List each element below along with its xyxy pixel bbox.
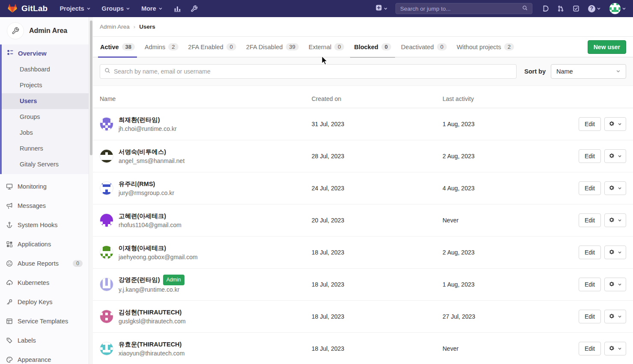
sidebar-overview-group: Overview DashboardProjectsUsersGroupsJob… bbox=[0, 44, 89, 174]
sidebar-item-applications[interactable]: Applications bbox=[0, 234, 89, 254]
user-search-box[interactable] bbox=[100, 64, 517, 79]
edit-button[interactable]: Edit bbox=[579, 213, 601, 227]
nav-menu-groups[interactable]: Groups bbox=[102, 5, 131, 12]
wrench-icon bbox=[7, 22, 24, 39]
sidebar-context-header[interactable]: Admin Area bbox=[0, 17, 89, 44]
created-on-cell: 31 Jul, 2023 bbox=[312, 121, 443, 127]
user-name[interactable]: 최재환(런타임) bbox=[119, 116, 160, 123]
sidebar-item-label: Appearance bbox=[18, 356, 51, 363]
sidebar-item-groups[interactable]: Groups bbox=[2, 109, 89, 125]
sidebar-item-runners[interactable]: Runners bbox=[2, 141, 89, 157]
user-email: rhofus1104@gmail.com bbox=[119, 221, 181, 230]
new-user-button[interactable]: New user bbox=[588, 40, 626, 54]
user-settings-dropdown[interactable] bbox=[604, 246, 626, 259]
user-settings-dropdown[interactable] bbox=[604, 149, 626, 163]
edit-button[interactable]: Edit bbox=[579, 117, 601, 131]
sidebar-item-gitaly-servers[interactable]: Gitaly Servers bbox=[2, 157, 89, 172]
user-menu[interactable] bbox=[609, 3, 626, 14]
sidebar-item-system-hooks[interactable]: System Hooks bbox=[0, 215, 89, 234]
user-settings-dropdown[interactable] bbox=[604, 342, 626, 355]
todos-icon[interactable] bbox=[573, 5, 580, 12]
table-row: 고혜련(아세테크)rhofus1104@gmail.com20 Jul, 202… bbox=[93, 204, 633, 237]
tab-count-badge: 2 bbox=[504, 43, 514, 50]
sidebar-item-users[interactable]: Users bbox=[2, 93, 89, 109]
sidebar-item-labels[interactable]: Labels bbox=[0, 331, 89, 350]
edit-button[interactable]: Edit bbox=[579, 181, 601, 195]
user-settings-dropdown[interactable] bbox=[604, 213, 626, 227]
avatar bbox=[100, 310, 113, 323]
sidebar-item-projects[interactable]: Projects bbox=[2, 77, 89, 93]
user-settings-dropdown[interactable] bbox=[604, 181, 626, 195]
user-name[interactable]: 이재형(아세테크) bbox=[119, 245, 166, 252]
chevron-down-icon bbox=[618, 314, 622, 320]
gear-icon bbox=[609, 185, 615, 192]
user-name[interactable]: 유주리(RMS) bbox=[119, 181, 155, 187]
sidebar-item-service-templates[interactable]: Service Templates bbox=[0, 311, 89, 331]
nav-menu-label: Groups bbox=[102, 5, 124, 12]
tab-deactivated[interactable]: Deactivated0 bbox=[401, 37, 447, 57]
last-activity-cell: 1 Aug, 2023 bbox=[443, 121, 574, 127]
gitlab-logo[interactable]: GitLab bbox=[7, 3, 48, 15]
chevron-down-icon bbox=[618, 185, 622, 192]
gear-icon bbox=[609, 217, 615, 224]
sort-value: Name bbox=[556, 68, 573, 75]
user-name[interactable]: 고혜련(아세테크) bbox=[119, 213, 166, 219]
sort-dropdown[interactable]: Name bbox=[551, 64, 626, 79]
sidebar-item-dashboard[interactable]: Dashboard bbox=[2, 62, 89, 77]
sidebar-item-label: System Hooks bbox=[18, 222, 57, 228]
tab-active[interactable]: Active38 bbox=[100, 37, 135, 57]
new-menu[interactable] bbox=[375, 4, 388, 13]
sidebar-item-monitoring[interactable]: Monitoring bbox=[0, 177, 89, 196]
tab-2fa-enabled[interactable]: 2FA Enabled0 bbox=[188, 37, 237, 57]
sidebar-item-messages[interactable]: Messages bbox=[0, 196, 89, 215]
edit-button[interactable]: Edit bbox=[579, 278, 601, 291]
row-actions: Edit bbox=[574, 117, 626, 131]
tab-2fa-disabled[interactable]: 2FA Disabled39 bbox=[246, 37, 299, 57]
help-menu[interactable]: ? bbox=[588, 5, 601, 12]
user-settings-dropdown[interactable] bbox=[604, 117, 626, 131]
tab-label: 2FA Enabled bbox=[188, 44, 223, 50]
user-settings-dropdown[interactable] bbox=[604, 278, 626, 291]
sidebar-item-kubernetes[interactable]: Kubernetes bbox=[0, 273, 89, 292]
edit-button[interactable]: Edit bbox=[579, 246, 601, 259]
analytics-chart-icon[interactable] bbox=[174, 5, 181, 12]
cloud-gear-icon bbox=[6, 279, 13, 286]
nav-menu-projects[interactable]: Projects bbox=[59, 5, 90, 12]
sidebar-item-label: Deploy Keys bbox=[18, 299, 52, 305]
user-name[interactable]: 유효운(THIRAUTECH) bbox=[119, 341, 181, 348]
user-email: y.j.kang@runtime.co.kr bbox=[119, 285, 184, 294]
table-row: 최재환(런타임)jh.choi@runtime.co.kr31 Jul, 202… bbox=[93, 108, 633, 140]
tab-blocked[interactable]: Blocked0 bbox=[354, 37, 392, 57]
issues-icon[interactable] bbox=[542, 5, 549, 12]
user-search-input[interactable] bbox=[114, 68, 512, 75]
user-name[interactable]: 강영준(런타임) bbox=[119, 276, 160, 283]
sidebar-item-deploy-keys[interactable]: Deploy Keys bbox=[0, 292, 89, 311]
global-search[interactable] bbox=[395, 3, 532, 14]
edit-button[interactable]: Edit bbox=[579, 310, 601, 323]
sidebar-item-abuse-reports[interactable]: Abuse Reports0 bbox=[0, 254, 89, 273]
sidebar-overview-items: DashboardProjectsUsersGroupsJobsRunnersG… bbox=[2, 62, 89, 172]
created-on-cell: 20 Jul, 2023 bbox=[312, 217, 443, 224]
scrollbar-thumb[interactable] bbox=[90, 21, 92, 155]
user-settings-dropdown[interactable] bbox=[604, 310, 626, 323]
nav-menu-more[interactable]: More bbox=[141, 5, 163, 12]
sidebar-item-appearance[interactable]: Appearance bbox=[0, 350, 89, 364]
sidebar-scrollbar[interactable] bbox=[89, 17, 93, 364]
admin-wrench-icon[interactable] bbox=[190, 5, 198, 12]
edit-button[interactable]: Edit bbox=[579, 149, 601, 163]
sidebar-item-overview[interactable]: Overview bbox=[2, 44, 89, 62]
tab-label: 2FA Disabled bbox=[246, 44, 282, 50]
table-row: 유효운(THIRAUTECH)xiaoyun@thirautech.com18 … bbox=[93, 333, 633, 364]
tab-without-projects[interactable]: Without projects2 bbox=[456, 37, 514, 57]
tab-admins[interactable]: Admins2 bbox=[144, 37, 179, 57]
user-name-lines: 유효운(THIRAUTECH)xiaoyun@thirautech.com bbox=[119, 340, 184, 358]
sidebar-item-jobs[interactable]: Jobs bbox=[2, 125, 89, 141]
user-name[interactable]: 김성현(THIRAUTECH) bbox=[119, 309, 181, 316]
tab-external[interactable]: External0 bbox=[308, 37, 345, 57]
user-email: angel_sms@hanmail.net bbox=[119, 157, 184, 166]
edit-button[interactable]: Edit bbox=[579, 342, 601, 355]
user-name[interactable]: 서명숙(비투에스) bbox=[119, 148, 166, 155]
merge-requests-icon[interactable] bbox=[557, 5, 564, 12]
global-search-input[interactable] bbox=[400, 6, 522, 12]
breadcrumb-admin-area[interactable]: Admin Area bbox=[100, 24, 130, 30]
